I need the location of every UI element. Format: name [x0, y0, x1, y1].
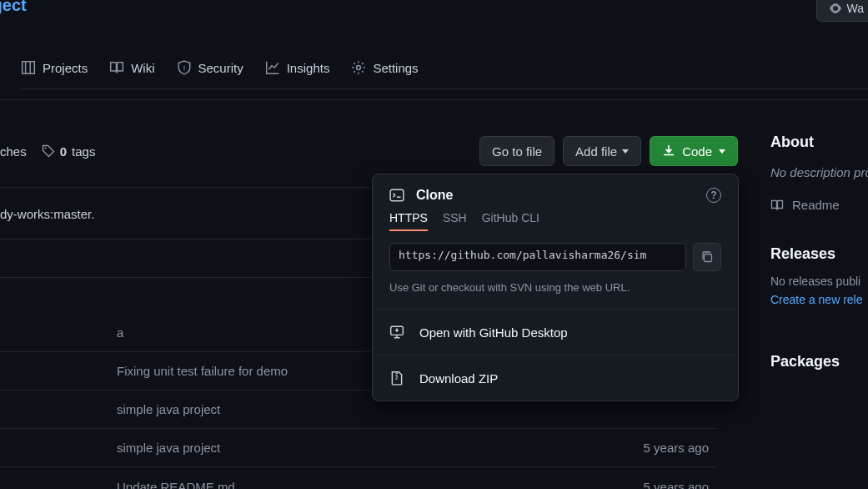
copy-url-button[interactable] [693, 243, 721, 271]
clone-tab-cli[interactable]: GitHub CLI [482, 211, 539, 231]
tab-settings-label: Settings [373, 61, 418, 75]
terminal-icon [389, 188, 404, 203]
svg-rect-1 [183, 68, 184, 70]
clone-hint: Use Git or checkout with SVN using the w… [373, 278, 738, 309]
project-icon [21, 60, 36, 75]
shield-icon [177, 60, 192, 75]
tab-security[interactable]: Security [177, 60, 243, 75]
caret-down-icon [622, 149, 629, 154]
file-zip-icon [389, 371, 404, 386]
commit-time: 5 years ago [644, 480, 709, 490]
book-icon [109, 60, 124, 75]
tags-count[interactable]: 0 tags [42, 144, 96, 159]
table-row[interactable]: Update README md 5 years ago [0, 467, 717, 489]
about-description: No description provided. [770, 163, 868, 183]
desktop-icon [389, 325, 404, 340]
add-file-label: Add file [575, 144, 617, 159]
help-icon[interactable]: ? [706, 188, 721, 203]
tab-wiki-label: Wiki [131, 61, 154, 75]
readme-link[interactable]: Readme [770, 198, 868, 212]
tab-projects-label: Projects [43, 61, 88, 75]
clone-tab-ssh[interactable]: SSH [443, 211, 467, 231]
download-zip[interactable]: Download ZIP [373, 355, 738, 401]
download-icon [662, 144, 675, 158]
svg-rect-4 [390, 189, 404, 201]
svg-point-3 [44, 148, 46, 149]
watch-button[interactable]: Wa [816, 0, 868, 22]
table-row[interactable]: simple java project 5 years ago [0, 429, 717, 467]
open-desktop-label: Open with GitHub Desktop [419, 325, 568, 340]
book-icon [770, 199, 784, 212]
releases-heading: Releases [770, 245, 868, 263]
tag-icon [42, 144, 55, 158]
eye-icon [829, 2, 842, 15]
tab-settings[interactable]: Settings [351, 60, 418, 75]
caret-down-icon [719, 149, 725, 154]
copy-icon [700, 250, 714, 264]
add-file-button[interactable]: Add file [563, 136, 641, 166]
code-label: Code [682, 144, 712, 159]
code-dropdown: Clone ? HTTPS SSH GitHub CLI https://git… [372, 174, 739, 401]
create-release-link[interactable]: Create a new rele [770, 293, 868, 306]
graph-icon [265, 60, 280, 75]
repo-title[interactable]: oject [0, 0, 27, 15]
sidebar: About No description provided. Readme Re… [770, 134, 868, 401]
tab-security-label: Security [198, 61, 243, 75]
tab-insights-label: Insights [287, 61, 330, 75]
latest-commit-message[interactable]: dy-works:master. [0, 207, 94, 221]
commit-message: simple java project [117, 441, 644, 455]
readme-label: Readme [792, 198, 840, 212]
tab-wiki[interactable]: Wiki [109, 60, 154, 75]
commit-message: simple java project [117, 402, 709, 416]
commit-message: Update README md [117, 480, 644, 490]
commit-time: 5 years ago [644, 441, 709, 455]
watch-label: Wa [847, 2, 864, 15]
download-zip-label: Download ZIP [419, 371, 498, 386]
clone-url-input[interactable]: https://github.com/pallavisharma26/sim [389, 243, 686, 271]
repo-nav: Projects Wiki Security Insights Settings [21, 60, 868, 89]
about-heading: About [770, 134, 868, 151]
tab-projects[interactable]: Projects [21, 60, 88, 75]
clone-tab-https[interactable]: HTTPS [389, 211, 428, 231]
branches-count[interactable]: ches [0, 144, 27, 159]
gear-icon [351, 60, 366, 75]
tab-insights[interactable]: Insights [265, 60, 330, 75]
svg-rect-5 [705, 255, 712, 262]
packages-heading: Packages [770, 353, 868, 371]
clone-title: Clone [416, 188, 695, 203]
go-to-file-button[interactable]: Go to file [479, 136, 554, 166]
code-button[interactable]: Code [650, 136, 738, 166]
nav-divider [0, 99, 868, 100]
svg-point-0 [183, 66, 185, 68]
svg-point-2 [357, 66, 361, 70]
open-github-desktop[interactable]: Open with GitHub Desktop [373, 309, 738, 355]
releases-none: No releases publi [770, 275, 868, 288]
